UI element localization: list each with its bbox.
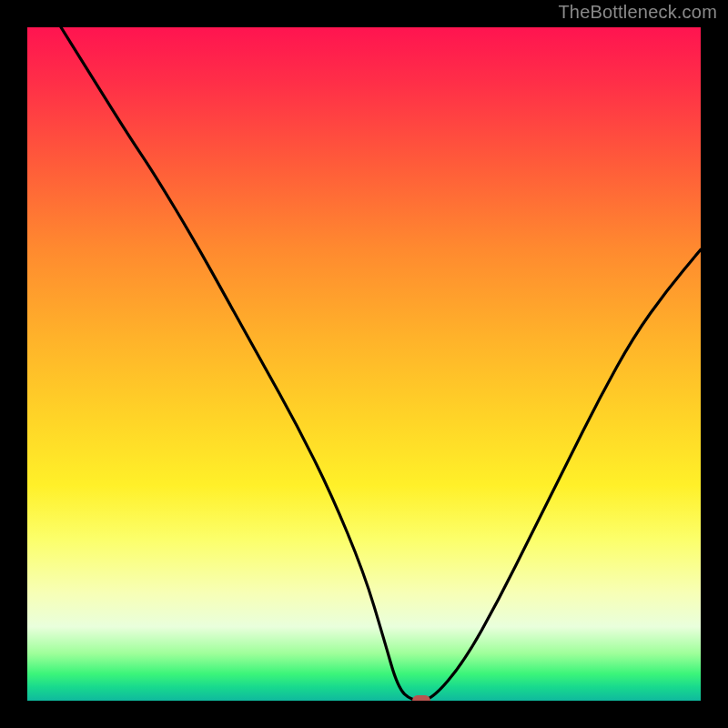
curve-path [61, 27, 701, 701]
optimal-marker [412, 695, 430, 701]
bottleneck-curve [27, 27, 701, 701]
watermark-text: TheBottleneck.com [558, 2, 717, 23]
plot-area [27, 27, 701, 701]
chart-stage: TheBottleneck.com [0, 0, 728, 728]
